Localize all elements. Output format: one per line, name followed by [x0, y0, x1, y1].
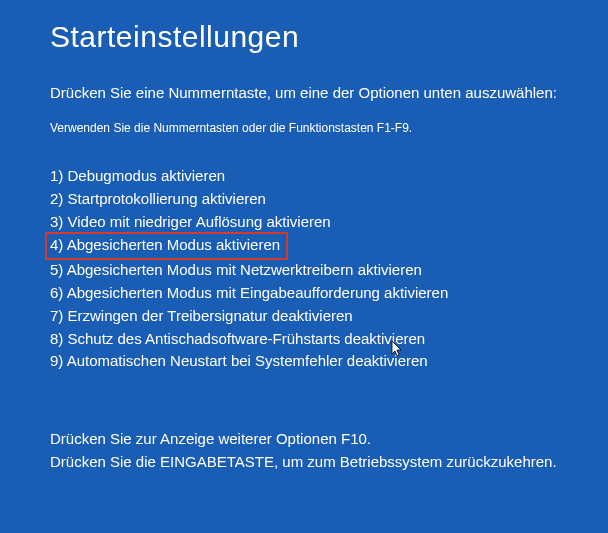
option-disable-driver-signature[interactable]: 7) Erzwingen der Treibersignatur deaktiv… — [50, 305, 558, 328]
page-title: Starteinstellungen — [50, 20, 558, 54]
option-debug-mode[interactable]: 1) Debugmodus aktivieren — [50, 165, 558, 188]
startup-options-list: 1) Debugmodus aktivieren 2) Startprotoko… — [50, 165, 558, 373]
option-safe-mode[interactable]: 4) Abgesicherten Modus aktivieren — [45, 232, 288, 260]
option-safe-mode-command-prompt[interactable]: 6) Abgesicherten Modus mit Eingabeauffor… — [50, 282, 558, 305]
option-low-res-video[interactable]: 3) Video mit niedriger Auflösung aktivie… — [50, 211, 558, 234]
option-disable-antimalware[interactable]: 8) Schutz des Antischadsoftware-Frühstar… — [50, 328, 558, 351]
instruction-text: Drücken Sie eine Nummerntaste, um eine d… — [50, 82, 558, 103]
option-boot-logging[interactable]: 2) Startprotokollierung aktivieren — [50, 188, 558, 211]
hint-text: Verwenden Sie die Nummerntasten oder die… — [50, 121, 558, 135]
option-disable-auto-restart[interactable]: 9) Automatischen Neustart bei Systemfehl… — [50, 350, 558, 373]
footer-return-os: Drücken Sie die EINGABETASTE, um zum Bet… — [50, 451, 558, 474]
footer-more-options: Drücken Sie zur Anzeige weiterer Optione… — [50, 428, 558, 451]
option-safe-mode-networking[interactable]: 5) Abgesicherten Modus mit Netzwerktreib… — [50, 259, 558, 282]
